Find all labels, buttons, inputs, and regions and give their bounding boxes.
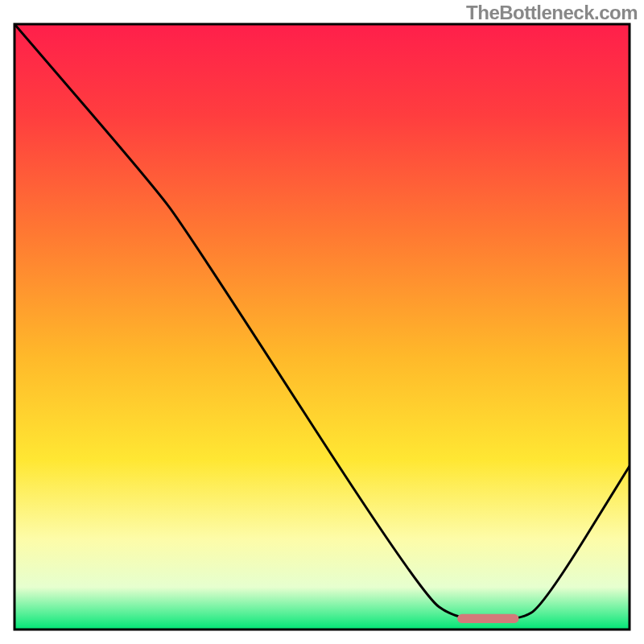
chart-container: TheBottleneck.com bbox=[0, 0, 644, 644]
bottleneck-chart bbox=[0, 0, 644, 644]
watermark-text: TheBottleneck.com bbox=[466, 2, 638, 24]
plot-background bbox=[14, 24, 630, 630]
optimal-marker bbox=[457, 614, 518, 623]
